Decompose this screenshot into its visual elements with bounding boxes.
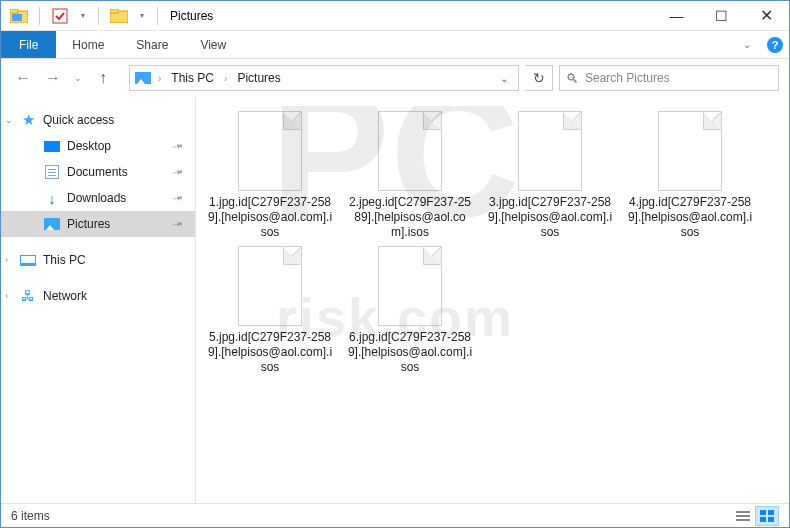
qat-properties-icon[interactable] xyxy=(48,5,72,27)
window-title: Pictures xyxy=(170,9,213,23)
pictures-icon xyxy=(134,71,152,85)
refresh-button[interactable]: ↻ xyxy=(525,65,553,91)
view-details-button[interactable] xyxy=(731,506,755,526)
svg-rect-14 xyxy=(768,517,774,522)
file-item[interactable]: 3.jpg.id[C279F237-2589].[helpisos@aol.co… xyxy=(486,111,614,240)
svg-rect-10 xyxy=(736,519,750,521)
ribbon: File Home Share View ⌄ ? xyxy=(1,31,789,59)
qat-dropdown2-icon[interactable]: ▾ xyxy=(135,5,149,27)
svg-rect-2 xyxy=(12,14,22,21)
desktop-icon xyxy=(43,139,61,153)
recent-dropdown[interactable]: ⌄ xyxy=(71,66,85,90)
sidebar-item-thispc[interactable]: › This PC xyxy=(1,247,195,273)
minimize-button[interactable]: — xyxy=(654,1,699,31)
documents-icon xyxy=(43,165,61,179)
pc-icon xyxy=(19,253,37,267)
tab-view[interactable]: View xyxy=(184,31,242,58)
file-icon xyxy=(658,111,722,191)
explorer-icon xyxy=(7,5,31,27)
close-button[interactable]: ✕ xyxy=(744,1,789,31)
file-tab[interactable]: File xyxy=(1,31,56,58)
sidebar-item-label: Pictures xyxy=(67,217,110,231)
help-icon: ? xyxy=(767,37,783,53)
main-area: ⌄ ★ Quick access Desktop 📌︎ Documents 📌︎… xyxy=(1,97,789,505)
file-item[interactable]: 5.jpg.id[C279F237-2589].[helpisos@aol.co… xyxy=(206,246,334,375)
file-label: 1.jpg.id[C279F237-2589].[helpisos@aol.co… xyxy=(206,195,334,240)
file-item[interactable]: 2.jpeg.id[C279F237-2589].[helpisos@aol.c… xyxy=(346,111,474,240)
pin-icon: 📌︎ xyxy=(170,164,186,180)
file-icon xyxy=(378,111,442,191)
sidebar-item-label: This PC xyxy=(43,253,86,267)
svg-rect-3 xyxy=(53,9,67,23)
svg-rect-5 xyxy=(110,9,118,13)
svg-rect-9 xyxy=(736,515,750,517)
file-icon xyxy=(378,246,442,326)
file-list[interactable]: 1.jpg.id[C279F237-2589].[helpisos@aol.co… xyxy=(196,97,789,505)
pin-icon: 📌︎ xyxy=(170,138,186,154)
file-label: 2.jpeg.id[C279F237-2589].[helpisos@aol.c… xyxy=(346,195,474,240)
navbar: ← → ⌄ ↑ › This PC › Pictures ⌄ ↻ 🔍︎ Sear… xyxy=(1,59,789,97)
sidebar-item-documents[interactable]: Documents 📌︎ xyxy=(1,159,195,185)
file-label: 4.jpg.id[C279F237-2589].[helpisos@aol.co… xyxy=(626,195,754,240)
breadcrumb-thispc[interactable]: This PC xyxy=(167,71,218,85)
sidebar-item-downloads[interactable]: ↓ Downloads 📌︎ xyxy=(1,185,195,211)
file-label: 3.jpg.id[C279F237-2589].[helpisos@aol.co… xyxy=(486,195,614,240)
file-icon xyxy=(238,111,302,191)
file-label: 6.jpg.id[C279F237-2589].[helpisos@aol.co… xyxy=(346,330,474,375)
chevron-right-icon[interactable]: › xyxy=(222,73,229,84)
ribbon-collapse-icon[interactable]: ⌄ xyxy=(733,31,761,58)
file-item[interactable]: 6.jpg.id[C279F237-2589].[helpisos@aol.co… xyxy=(346,246,474,375)
star-icon: ★ xyxy=(19,113,37,127)
pin-icon: 📌︎ xyxy=(170,216,186,232)
sidebar-quickaccess[interactable]: ⌄ ★ Quick access xyxy=(1,107,195,133)
breadcrumb-pictures[interactable]: Pictures xyxy=(233,71,284,85)
search-input[interactable]: 🔍︎ Search Pictures xyxy=(559,65,779,91)
svg-rect-1 xyxy=(10,9,18,13)
chevron-right-icon[interactable]: › xyxy=(5,291,8,301)
file-item[interactable]: 1.jpg.id[C279F237-2589].[helpisos@aol.co… xyxy=(206,111,334,240)
folder-icon xyxy=(107,5,131,27)
tab-share[interactable]: Share xyxy=(120,31,184,58)
search-placeholder: Search Pictures xyxy=(585,71,670,85)
forward-button[interactable]: → xyxy=(41,66,65,90)
sidebar-item-label: Desktop xyxy=(67,139,111,153)
sidebar-item-desktop[interactable]: Desktop 📌︎ xyxy=(1,133,195,159)
svg-rect-13 xyxy=(760,517,766,522)
sidebar: ⌄ ★ Quick access Desktop 📌︎ Documents 📌︎… xyxy=(1,97,196,505)
sidebar-item-label: Downloads xyxy=(67,191,126,205)
file-icon xyxy=(238,246,302,326)
statusbar: 6 items xyxy=(1,503,789,527)
network-icon: 🖧︎ xyxy=(19,289,37,303)
up-button[interactable]: ↑ xyxy=(91,66,115,90)
chevron-right-icon[interactable]: › xyxy=(156,73,163,84)
sidebar-item-network[interactable]: › 🖧︎ Network xyxy=(1,283,195,309)
qat-dropdown-icon[interactable]: ▾ xyxy=(76,5,90,27)
pictures-icon xyxy=(43,217,61,231)
file-label: 5.jpg.id[C279F237-2589].[helpisos@aol.co… xyxy=(206,330,334,375)
maximize-button[interactable]: ☐ xyxy=(699,1,744,31)
file-item[interactable]: 4.jpg.id[C279F237-2589].[helpisos@aol.co… xyxy=(626,111,754,240)
view-icons-button[interactable] xyxy=(755,506,779,526)
file-icon xyxy=(518,111,582,191)
titlebar: ▾ ▾ Pictures — ☐ ✕ xyxy=(1,1,789,31)
sidebar-item-pictures[interactable]: Pictures 📌︎ xyxy=(1,211,195,237)
tab-home[interactable]: Home xyxy=(56,31,120,58)
search-icon: 🔍︎ xyxy=(566,71,579,86)
sidebar-item-label: Quick access xyxy=(43,113,114,127)
address-dropdown-icon[interactable]: ⌄ xyxy=(494,73,514,84)
chevron-right-icon[interactable]: › xyxy=(5,255,8,265)
chevron-down-icon[interactable]: ⌄ xyxy=(5,115,13,125)
svg-rect-12 xyxy=(768,510,774,515)
downloads-icon: ↓ xyxy=(43,191,61,205)
sidebar-item-label: Documents xyxy=(67,165,128,179)
help-button[interactable]: ? xyxy=(761,31,789,58)
svg-rect-8 xyxy=(736,511,750,513)
pin-icon: 📌︎ xyxy=(170,190,186,206)
item-count: 6 items xyxy=(11,509,50,523)
address-bar[interactable]: › This PC › Pictures ⌄ xyxy=(129,65,519,91)
sidebar-item-label: Network xyxy=(43,289,87,303)
back-button[interactable]: ← xyxy=(11,66,35,90)
svg-rect-11 xyxy=(760,510,766,515)
